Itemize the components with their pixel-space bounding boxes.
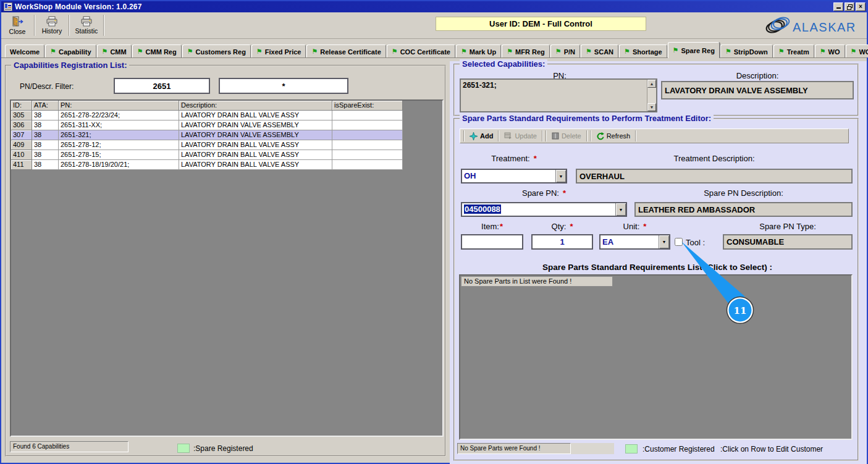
- flag-icon: ⚑: [673, 47, 679, 54]
- delete-icon: [552, 132, 559, 140]
- pn-scrollbar[interactable]: ▲ ▼: [647, 80, 656, 111]
- cell-pn: 2651-278-15;: [59, 150, 179, 160]
- main-toolbar: Close History: [1, 12, 867, 39]
- flag-icon: ⚑: [555, 48, 562, 55]
- table-row[interactable]: 306 38 2651-311-XX; LAVATORY DRAIN VALVE…: [11, 120, 403, 130]
- cell-id: 409: [11, 140, 32, 150]
- cell-description: LAVATORY DRAIN VALVE ASSEMBLY: [179, 120, 332, 130]
- column-header-ata[interactable]: ATA:: [32, 101, 59, 111]
- toolbar-separator: [463, 130, 465, 141]
- history-button-label: History: [42, 27, 62, 35]
- descr-filter-input[interactable]: [219, 78, 348, 94]
- cell-ata: 38: [32, 120, 59, 130]
- table-row[interactable]: 410 38 2651-278-15; LAVATORY DRAIN BALL …: [11, 150, 403, 160]
- capabilities-list-area[interactable]: ID: ATA: PN: Description: isSpareExist: …: [10, 99, 444, 437]
- pn-filter-input[interactable]: [114, 78, 210, 94]
- table-row[interactable]: 305 38 2651-278-22/23/24; LAVATORY DRAIN…: [11, 111, 403, 120]
- add-button[interactable]: Add: [466, 131, 497, 141]
- cell-id: 411: [11, 160, 32, 170]
- history-button[interactable]: History: [37, 14, 67, 37]
- tab-wo[interactable]: ⚑WO: [815, 44, 845, 57]
- table-row[interactable]: 411 38 2651-278-18/19/20/21; LAVATORY DR…: [11, 160, 403, 170]
- toolbar-separator: [586, 130, 588, 141]
- update-button[interactable]: Update: [500, 131, 540, 141]
- item-label: Item:*: [461, 222, 523, 231]
- selected-capabilities-title: Selected Capabilities:: [460, 59, 547, 69]
- spare-pn-combo[interactable]: 04500088 ▼: [461, 202, 627, 217]
- tab-coc-certificate[interactable]: ⚑COC Certificate: [387, 44, 455, 57]
- item-input[interactable]: [461, 234, 523, 250]
- update-button-label: Update: [515, 132, 536, 140]
- tab-fixed-price[interactable]: ⚑Fixed Price: [251, 44, 306, 57]
- spare-pn-type-box: CONSUMABLE: [723, 234, 853, 250]
- tab-label: MFR Reg: [515, 48, 545, 56]
- tab-wo-completion[interactable]: ⚑WO Completion: [846, 44, 868, 57]
- requirements-list-area[interactable]: No Spare Parts in List were Found !: [459, 274, 853, 440]
- treatment-combo[interactable]: OH ▼: [461, 169, 567, 183]
- column-header-pn[interactable]: PN:: [59, 101, 179, 111]
- tab-scan[interactable]: ⚑SCAN: [581, 44, 618, 57]
- tab-spare-reg[interactable]: ⚑Spare Reg: [668, 42, 720, 58]
- table-header-row: ID: ATA: PN: Description: isSpareExist:: [11, 101, 403, 111]
- chevron-down-icon[interactable]: ▼: [615, 203, 626, 216]
- tab-label: Welcome: [10, 48, 40, 56]
- tab-pn[interactable]: ⚑P/N: [550, 44, 580, 57]
- capabilities-registration-group: Capabilities Registration List: PN/Descr…: [5, 65, 446, 457]
- qty-input[interactable]: [531, 234, 593, 250]
- spare-pn-label: Spare PN:*: [461, 188, 627, 198]
- statistic-button-label: Statistic: [75, 27, 98, 35]
- table-row-selected[interactable]: 307 38 2651-321; LAVATORY DRAIN VALVE AS…: [11, 130, 403, 140]
- tab-shortage[interactable]: ⚑Shortage: [619, 44, 667, 57]
- restore-button[interactable]: [845, 2, 854, 11]
- cell-ata: 38: [32, 160, 59, 170]
- treatment-value: OH: [464, 171, 476, 181]
- tab-cmm[interactable]: ⚑CMM: [97, 44, 132, 57]
- tab-strip: Welcome ⚑Capability ⚑CMM ⚑CMM Reg ⚑Custo…: [1, 39, 867, 58]
- tab-label: CMM Reg: [146, 48, 177, 56]
- chevron-down-icon[interactable]: ▼: [659, 235, 669, 248]
- column-header-isspareexist[interactable]: isSpareExist:: [332, 101, 403, 111]
- update-icon: [504, 132, 512, 140]
- scroll-up-icon[interactable]: ▲: [647, 80, 656, 88]
- delete-button[interactable]: Delete: [548, 131, 585, 141]
- scroll-down-icon[interactable]: ▼: [647, 103, 656, 111]
- treatment-description-box: OVERHAUL: [576, 169, 853, 183]
- tab-label: Capability: [59, 48, 91, 56]
- tab-cmm-reg[interactable]: ⚑CMM Reg: [132, 44, 182, 57]
- column-header-id[interactable]: ID:: [11, 101, 32, 111]
- toolbar-separator: [546, 130, 547, 141]
- cell-ata: 38: [32, 130, 59, 140]
- tool-checkbox[interactable]: [675, 238, 683, 246]
- tab-label: Mark Up: [470, 48, 496, 56]
- tab-mfr-reg[interactable]: ⚑MFR Reg: [502, 44, 550, 57]
- tab-release-certificate[interactable]: ⚑Release Certificate: [306, 44, 386, 57]
- flag-icon: ⚑: [820, 48, 826, 55]
- required-mark: *: [643, 222, 646, 231]
- tab-treatm[interactable]: ⚑Treatm: [773, 44, 814, 57]
- chevron-down-icon[interactable]: ▼: [555, 170, 566, 182]
- column-header-description[interactable]: Description:: [179, 101, 332, 111]
- toolbar-separator: [498, 130, 499, 141]
- tab-label: Treatm: [787, 48, 809, 56]
- minimize-button[interactable]: [833, 2, 843, 11]
- table-row[interactable]: 409 38 2651-278-12; LAVATORY DRAIN BALL …: [11, 140, 403, 150]
- unit-label: Unit:*: [599, 222, 670, 231]
- required-mark: *: [534, 154, 537, 163]
- spare-registered-legend: :Spare Registered: [193, 444, 253, 453]
- capabilities-group-title: Capabilities Registration List:: [11, 61, 129, 70]
- minimize-icon: [836, 4, 841, 9]
- capabilities-status: Found 6 Capabilities: [10, 441, 129, 452]
- tab-welcome[interactable]: Welcome: [5, 44, 44, 57]
- close-window-button[interactable]: ×: [856, 2, 866, 11]
- statistic-button[interactable]: Statistic: [72, 14, 101, 37]
- unit-combo[interactable]: EA ▼: [599, 234, 670, 250]
- tab-stripdown[interactable]: ⚑StripDown: [720, 44, 773, 57]
- description-label: Description:: [689, 71, 825, 80]
- tab-capability[interactable]: ⚑Capability: [45, 44, 96, 57]
- close-button[interactable]: Close: [2, 14, 32, 37]
- cell-isspareexist: [332, 130, 403, 140]
- brand-text: ALASKAR: [793, 20, 856, 34]
- tab-customers-reg[interactable]: ⚑Customers Reg: [182, 44, 251, 57]
- tab-mark-up[interactable]: ⚑Mark Up: [456, 44, 501, 57]
- refresh-button[interactable]: Refresh: [592, 131, 634, 141]
